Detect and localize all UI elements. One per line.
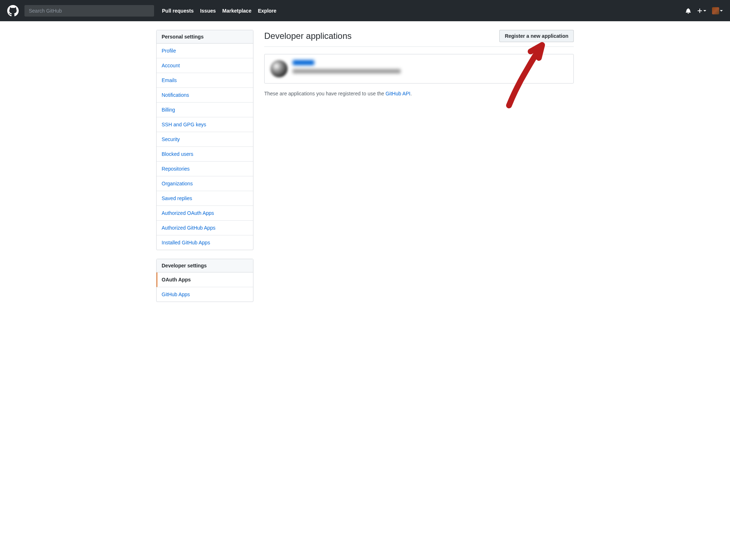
sidebar-item-emails[interactable]: Emails bbox=[157, 73, 253, 88]
nav-pull-requests[interactable]: Pull requests bbox=[162, 8, 194, 14]
sidebar-item-organizations[interactable]: Organizations bbox=[157, 176, 253, 191]
sidebar-item-repositories[interactable]: Repositories bbox=[157, 162, 253, 176]
sidebar-item-authorized-oauth-apps[interactable]: Authorized OAuth Apps bbox=[157, 206, 253, 221]
info-text-prefix: These are applications you have register… bbox=[264, 91, 386, 96]
application-icon bbox=[270, 60, 288, 77]
personal-settings-menu: Personal settings Profile Account Emails… bbox=[156, 30, 253, 250]
personal-settings-header: Personal settings bbox=[157, 30, 253, 44]
nav-explore[interactable]: Explore bbox=[258, 8, 276, 14]
user-menu-dropdown[interactable] bbox=[712, 7, 723, 14]
header-user-actions bbox=[685, 7, 723, 14]
page-title: Developer applications bbox=[264, 31, 352, 41]
sidebar-item-oauth-apps[interactable]: OAuth Apps bbox=[157, 272, 253, 287]
plus-icon bbox=[697, 8, 703, 14]
sidebar-item-installed-github-apps[interactable]: Installed GitHub Apps bbox=[157, 235, 253, 250]
search-input[interactable] bbox=[24, 5, 154, 17]
sidebar-item-blocked-users[interactable]: Blocked users bbox=[157, 147, 253, 162]
caret-down-icon bbox=[703, 10, 706, 12]
applications-info-text: These are applications you have register… bbox=[264, 91, 574, 96]
sidebar-item-billing[interactable]: Billing bbox=[157, 103, 253, 117]
avatar bbox=[712, 7, 719, 14]
developer-settings-menu: Developer settings OAuth Apps GitHub App… bbox=[156, 259, 253, 302]
application-row[interactable] bbox=[264, 54, 574, 83]
sidebar-item-authorized-github-apps[interactable]: Authorized GitHub Apps bbox=[157, 221, 253, 235]
page-header: Developer applications Register a new ap… bbox=[264, 30, 574, 47]
application-meta bbox=[293, 69, 401, 73]
notifications-bell-icon[interactable] bbox=[685, 8, 691, 14]
developer-settings-header: Developer settings bbox=[157, 259, 253, 272]
info-text-suffix: . bbox=[410, 91, 412, 96]
create-new-dropdown[interactable] bbox=[697, 8, 706, 14]
sidebar-item-saved-replies[interactable]: Saved replies bbox=[157, 191, 253, 206]
nav-marketplace[interactable]: Marketplace bbox=[222, 8, 252, 14]
sidebar-item-ssh-gpg-keys[interactable]: SSH and GPG keys bbox=[157, 117, 253, 132]
main-content: Developer applications Register a new ap… bbox=[264, 30, 574, 311]
sidebar-item-account[interactable]: Account bbox=[157, 58, 253, 73]
application-name bbox=[293, 60, 314, 65]
global-header: Pull requests Issues Marketplace Explore bbox=[0, 0, 730, 21]
sidebar-item-github-apps[interactable]: GitHub Apps bbox=[157, 287, 253, 302]
github-api-link[interactable]: GitHub API bbox=[386, 91, 410, 96]
sidebar-item-notifications[interactable]: Notifications bbox=[157, 88, 253, 103]
caret-down-icon bbox=[720, 10, 723, 12]
settings-sidebar: Personal settings Profile Account Emails… bbox=[156, 30, 253, 311]
sidebar-item-profile[interactable]: Profile bbox=[157, 44, 253, 58]
sidebar-item-security[interactable]: Security bbox=[157, 132, 253, 147]
register-new-application-button[interactable]: Register a new application bbox=[499, 30, 574, 42]
nav-issues[interactable]: Issues bbox=[200, 8, 216, 14]
primary-nav: Pull requests Issues Marketplace Explore bbox=[162, 8, 276, 14]
github-logo-icon[interactable] bbox=[7, 5, 19, 17]
application-details bbox=[293, 60, 568, 73]
